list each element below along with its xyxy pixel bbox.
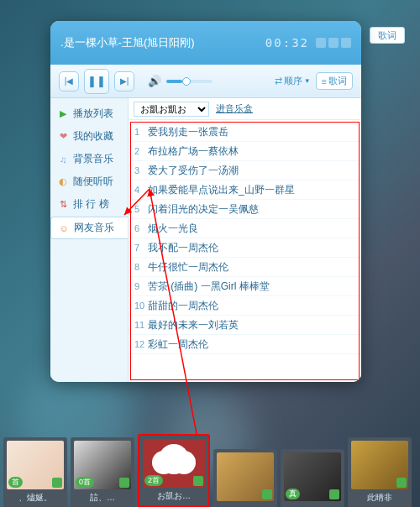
window-controls [316,38,351,48]
track-number: 6 [134,223,148,233]
mini-mode-icon[interactable] [328,38,339,48]
track-row[interactable]: 12彩虹一周杰伦 [131,335,359,354]
status-icon [193,476,203,486]
dock-label: お凱お… [157,490,191,502]
track-title: 彩虹一周杰伦 [148,337,355,352]
status-icon [262,489,272,499]
song-count-badge: 2首 [144,475,163,486]
avatar [351,441,408,489]
volume-icon[interactable]: 🔊 [148,75,161,87]
dock-item[interactable]: 真 [281,449,344,507]
dock-label: 誩、… [90,492,115,504]
track-number: 10 [134,301,148,311]
music-box-link[interactable]: 进音乐盒 [216,102,253,115]
track-title: 爱大了受伤了一汤潮 [148,164,355,178]
track-row[interactable]: 1爱我别走一张震岳 [131,123,359,142]
sidebar-nav: ▶播放列表❤我的收藏♫背景音乐◐随便听听⇅排 行 榜☺网友音乐 [50,98,128,382]
avatar: 0首 [74,441,131,489]
elapsed-time: 00:32 [265,36,309,50]
track-title: 最好的未来一刘若英 [148,318,355,332]
dock-label: 此晴非 [367,492,392,504]
track-number: 12 [134,339,148,349]
track-row[interactable]: 10甜甜的一周杰伦 [131,296,359,316]
track-title: 苦茶 (插曲) 一黑Girl 棒棒堂 [148,280,355,294]
sidebar-icon: ♫ [57,154,69,165]
sidebar-icon: ▶ [57,108,69,120]
dock-item[interactable]: 0首誩、… [71,437,134,507]
track-number: 9 [134,281,148,291]
dock-item[interactable]: 首、燼娫。 [3,437,67,507]
track-row[interactable]: 6烟火一光良 [131,219,359,238]
track-title: 甜甜的一周杰伦 [148,299,355,313]
avatar: 真 [284,452,341,501]
track-title: 如果爱能早点说出来_山野一群星 [148,183,355,197]
sidebar-label: 网友音乐 [74,221,114,235]
track-row[interactable]: 9苦茶 (插曲) 一黑Girl 棒棒堂 [131,277,359,296]
sidebar-icon: ◐ [57,176,69,188]
status-icon [329,489,339,499]
sidebar-icon: ☺ [58,222,70,234]
track-row[interactable]: 7我不配一周杰伦 [131,238,359,258]
track-title: 爱我别走一张震岳 [148,125,355,139]
track-list[interactable]: 1爱我别走一张震岳2布拉格广场一蔡依林3爱大了受伤了一汤潮4如果爱能早点说出来_… [130,122,360,380]
track-number: 3 [134,165,148,175]
play-mode-selector[interactable]: ⇄ 顺序 ▼ [275,75,311,87]
prev-button[interactable]: |◀ [59,71,79,91]
track-row[interactable]: 5闪着泪光的决定一吴佩慈 [131,200,359,219]
music-player-window: .是一棵小草-王旭(旭日阳刚) 00:32 |◀ ❚❚ ▶| 🔊 ⇄ 顺序 ▼ … [50,21,361,382]
volume-slider[interactable] [166,80,213,83]
track-number: 2 [134,146,148,156]
sidebar-label: 随便听听 [73,175,113,189]
status-icon [52,478,62,488]
next-button[interactable]: ▶| [114,71,134,91]
sidebar-item-2[interactable]: ♫背景音乐 [50,149,128,170]
track-row[interactable]: 8牛仔很忙一周杰伦 [131,258,359,277]
friends-dock: 首、燼娫。0首誩、…2首お凱お…真此晴非 [0,423,420,507]
track-row[interactable]: 2布拉格广场一蔡依林 [131,142,359,161]
status-icon [396,478,407,488]
avatar [217,452,274,501]
sidebar-label: 播放列表 [73,107,113,121]
play-pause-button[interactable]: ❚❚ [84,69,109,94]
lyrics-button[interactable]: ≡歌词 [316,72,353,90]
track-title: 我不配一周杰伦 [148,241,355,255]
sidebar-item-0[interactable]: ▶播放列表 [50,103,128,124]
dock-item[interactable] [213,449,277,507]
track-number: 8 [134,262,148,272]
status-icon [119,478,129,488]
track-row[interactable]: 11最好的未来一刘若英 [131,316,359,335]
track-title: 烟火一光良 [148,222,355,236]
track-row[interactable]: 4如果爱能早点说出来_山野一群星 [131,180,359,200]
track-row[interactable]: 3爱大了受伤了一汤潮 [131,161,359,180]
dock-label: 、燼娫。 [18,492,52,504]
user-select[interactable]: お凱お凱お [134,102,209,117]
song-count-badge: 0首 [76,477,94,488]
avatar: 首 [7,441,64,489]
sidebar-label: 排 行 榜 [73,197,109,212]
sidebar-item-4[interactable]: ⇅排 行 榜 [50,194,128,215]
player-header: .是一棵小草-王旭(旭日阳刚) 00:32 [50,21,361,65]
track-title: 闪着泪光的决定一吴佩慈 [148,202,355,217]
main-panel: お凱お凱お 进音乐盒 1爱我别走一张震岳2布拉格广场一蔡依林3爱大了受伤了一汤潮… [128,98,361,382]
dock-item[interactable]: 此晴非 [348,437,412,507]
sidebar-item-3[interactable]: ◐随便听听 [50,171,128,192]
minimize-icon[interactable] [316,38,326,48]
avatar: 2首 [143,439,205,488]
track-title: 牛仔很忙一周杰伦 [148,260,355,274]
sidebar-label: 背景音乐 [73,152,113,166]
track-title: 布拉格广场一蔡依林 [148,144,355,159]
sidebar-icon: ⇅ [57,199,69,211]
track-number: 4 [134,185,148,195]
sidebar-item-5[interactable]: ☺网友音乐 [50,217,129,239]
track-number: 1 [134,127,148,137]
sidebar-icon: ❤ [57,131,69,143]
controls-bar: |◀ ❚❚ ▶| 🔊 ⇄ 顺序 ▼ ≡歌词 [50,65,361,98]
sidebar-label: 我的收藏 [73,129,113,144]
track-number: 5 [134,204,148,214]
song-count-badge: 首 [8,477,23,488]
dock-item[interactable]: 2首お凱お… [138,434,210,507]
close-icon[interactable] [341,38,351,48]
now-playing-title: .是一棵小草-王旭(旭日阳刚) [60,35,265,50]
lyrics-external-button[interactable]: 歌词 [370,27,405,44]
sidebar-item-1[interactable]: ❤我的收藏 [50,126,128,147]
